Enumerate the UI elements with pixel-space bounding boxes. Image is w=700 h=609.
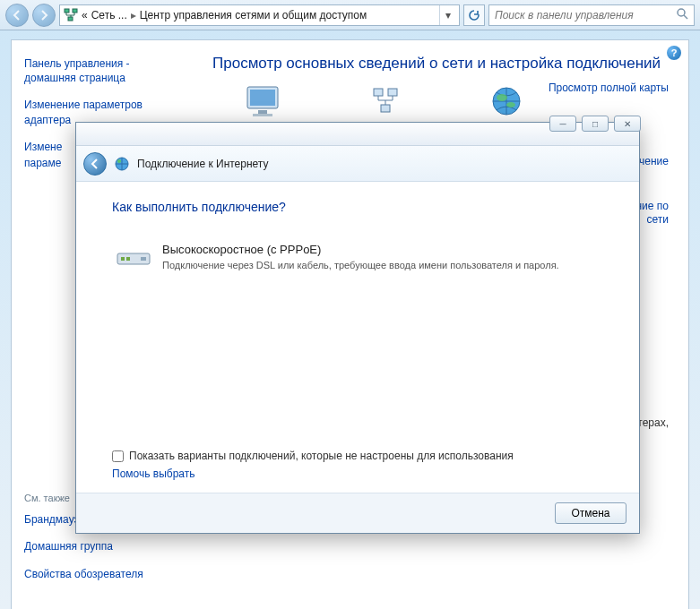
dialog-title-text: Подключение к Интернету (137, 158, 269, 170)
network-icon (64, 8, 78, 22)
search-icon (676, 7, 688, 22)
svg-rect-1 (73, 9, 77, 13)
option-title: Высокоскоростное (с PPPoE) (162, 243, 559, 256)
dialog-footer-area: Показать варианты подключений, которые н… (76, 446, 639, 493)
dialog-header: Подключение к Интернету (76, 146, 639, 182)
svg-rect-10 (388, 89, 397, 96)
view-full-map-link[interactable]: Просмотр полной карты (549, 81, 669, 94)
page-title: Просмотр основных сведений о сети и наст… (212, 55, 667, 73)
close-button[interactable]: ✕ (614, 116, 641, 132)
dialog-question: Как выполнить подключение? (112, 200, 603, 214)
svg-point-14 (506, 102, 515, 107)
maximize-button[interactable]: □ (582, 116, 609, 132)
modem-icon (116, 246, 151, 268)
svg-rect-19 (121, 257, 125, 261)
sidebar-home-link[interactable]: Панель управления - домашняя страница (24, 56, 178, 85)
sidebar-link-homegroup[interactable]: Домашняя группа (24, 539, 178, 553)
dialog-body: Как выполнить подключение? Высокоскорост… (76, 182, 639, 446)
bg-link-partial[interactable]: сети (647, 213, 669, 226)
nav-back-button[interactable] (5, 4, 29, 27)
network-device-icon (367, 85, 404, 117)
svg-rect-8 (253, 114, 272, 116)
globe-icon (488, 85, 525, 117)
svg-rect-0 (65, 9, 69, 13)
dialog-back-button[interactable] (83, 152, 107, 176)
address-bar[interactable]: « Сеть ... ▸ Центр управления сетями и о… (59, 4, 460, 26)
monitor-icon (244, 85, 281, 117)
connect-dialog: ─ □ ✕ Подключение к Интернету Как выполн… (75, 122, 640, 534)
address-dropdown[interactable]: ▾ (439, 5, 455, 25)
bg-text-partial: терах, (637, 416, 669, 429)
nav-forward-button[interactable] (32, 4, 56, 27)
cancel-button[interactable]: Отмена (555, 502, 627, 524)
option-pppoe[interactable]: Высокоскоростное (с PPPoE) Подключение ч… (112, 237, 603, 278)
svg-rect-20 (126, 257, 130, 261)
help-choose-link[interactable]: Помочь выбрать (112, 467, 195, 480)
svg-rect-7 (258, 110, 267, 114)
dialog-titlebar: ─ □ ✕ (76, 123, 639, 146)
svg-rect-2 (68, 17, 73, 21)
svg-rect-9 (374, 89, 383, 96)
dialog-button-bar: Отмена (76, 493, 639, 533)
svg-rect-21 (141, 257, 146, 261)
window-controls: ─ □ ✕ (549, 116, 641, 132)
breadcrumb-separator: ▸ (131, 9, 136, 21)
internet-connection-icon (114, 156, 130, 172)
refresh-button[interactable] (463, 4, 485, 26)
breadcrumb-item[interactable]: Сеть ... (91, 9, 127, 21)
svg-rect-6 (250, 90, 275, 106)
breadcrumb-prefix: « (82, 9, 88, 21)
svg-line-4 (684, 15, 687, 19)
svg-rect-11 (381, 105, 390, 112)
svg-point-17 (117, 159, 121, 163)
svg-point-13 (497, 94, 507, 101)
breadcrumb-item[interactable]: Центр управления сетями и общим доступом (140, 9, 367, 21)
show-options-checkbox-row[interactable]: Показать варианты подключений, которые н… (112, 450, 603, 462)
checkbox-label: Показать варианты подключений, которые н… (129, 450, 514, 462)
show-options-checkbox[interactable] (112, 450, 124, 462)
search-input[interactable] (495, 9, 670, 21)
sidebar-link-browser[interactable]: Свойства обозревателя (24, 567, 178, 581)
nav-bar: « Сеть ... ▸ Центр управления сетями и о… (0, 0, 700, 30)
minimize-button[interactable]: ─ (549, 116, 576, 132)
bg-link-partial[interactable]: ние по (635, 200, 669, 212)
search-box[interactable] (488, 4, 695, 26)
svg-point-3 (678, 9, 685, 16)
option-description: Подключение через DSL или кабель, требую… (162, 259, 559, 272)
